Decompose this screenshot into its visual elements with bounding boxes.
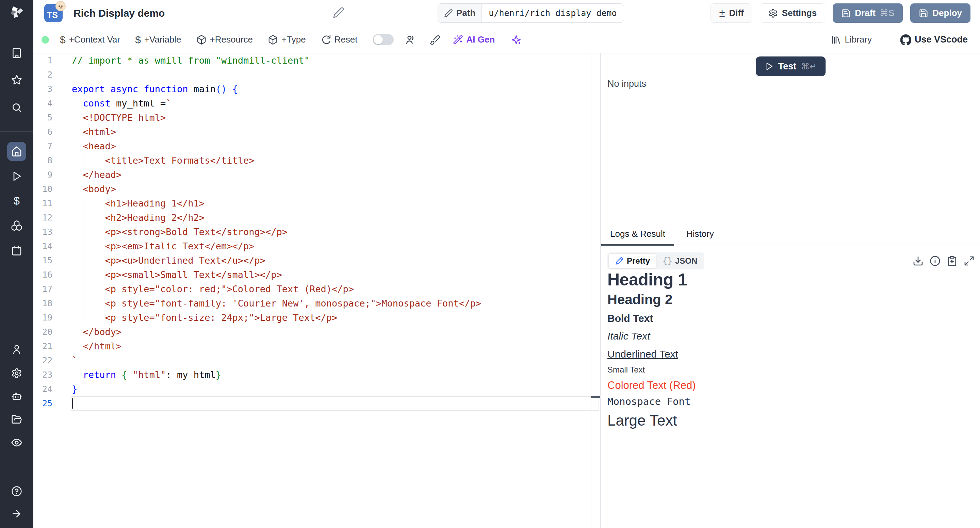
download-icon[interactable] <box>913 256 924 266</box>
code-line[interactable]: 6 <html> <box>33 125 600 139</box>
code-text[interactable]: <body> <box>33 182 600 196</box>
use-vscode-button[interactable]: Use VScode <box>900 34 968 45</box>
workspace-icon[interactable] <box>11 47 23 59</box>
code-text[interactable]: <p><em>Italic Text</em></p> <box>33 239 600 253</box>
code-line[interactable]: 11 <h1>Heading 1</h1> <box>33 196 600 211</box>
test-button[interactable]: Test ⌘↵ <box>756 56 826 76</box>
code-line[interactable]: 12 <h2>Heading 2</h2> <box>33 211 600 225</box>
code-text[interactable]: <p><strong>Bold Text</strong></p> <box>33 225 600 239</box>
search-icon[interactable] <box>11 102 23 114</box>
code-line[interactable]: 3export async function main() { <box>33 82 600 96</box>
code-text[interactable]: <p><small>Small Text</small></p> <box>33 268 600 282</box>
info-icon[interactable] <box>930 256 940 266</box>
code-text[interactable]: <p style="font-size: 24px;">Large Text</… <box>33 311 600 325</box>
code-text[interactable]: } <box>33 382 600 396</box>
path-field[interactable]: Path u/henri/rich_display_demo <box>438 3 624 23</box>
code-line[interactable]: 15 <p><u>Underlined Text</u></p> <box>33 253 600 268</box>
code-text[interactable]: ` <box>33 353 600 368</box>
multiplayer-toggle[interactable] <box>372 34 394 45</box>
code-text[interactable] <box>33 396 600 410</box>
ai-gen-button[interactable]: AI Gen <box>453 34 495 45</box>
code-line[interactable]: 4 const my_html =` <box>33 96 600 111</box>
code-line[interactable]: 2 <box>33 68 600 82</box>
code-text[interactable]: <p style="font-family: 'Courier New', mo… <box>33 296 600 311</box>
sidebar-item-users-icon[interactable] <box>11 343 23 356</box>
help-icon[interactable] <box>11 485 23 498</box>
sidebar-item-settings-icon[interactable] <box>11 367 23 379</box>
format-brush-icon[interactable] <box>428 33 441 46</box>
code-line[interactable]: 10 <body> <box>33 182 600 196</box>
code-text[interactable]: return { "html": my_html} <box>33 368 600 382</box>
code-line[interactable]: 8 <title>Text Formats</title> <box>33 153 600 168</box>
sidebar-item-variables-icon[interactable]: $ <box>11 195 23 207</box>
sidebar-item-runs-icon[interactable] <box>11 170 23 182</box>
code-text[interactable]: <head> <box>33 139 600 153</box>
code-line[interactable]: 25 <box>33 396 600 410</box>
indent-guide <box>72 253 72 268</box>
code-text[interactable]: export async function main() { <box>33 82 600 96</box>
code-text[interactable] <box>33 68 600 82</box>
expand-sidebar-arrow-icon[interactable] <box>11 507 23 520</box>
code-line[interactable]: 24} <box>33 382 600 396</box>
add-resource-button[interactable]: +Resource <box>196 34 253 45</box>
code-text[interactable]: <!DOCTYPE html> <box>33 111 600 125</box>
code-text[interactable]: <html> <box>33 125 600 139</box>
code-text[interactable]: <title>Text Formats</title> <box>33 153 600 168</box>
code-line[interactable]: 21 </html> <box>33 339 600 353</box>
code-text[interactable]: <p><u>Underlined Text</u></p> <box>33 253 600 268</box>
tab-history[interactable]: History <box>686 229 714 239</box>
code-text[interactable]: <h1>Heading 1</h1> <box>33 196 600 211</box>
tab-logs-result[interactable]: Logs & Result <box>601 223 674 245</box>
collaborators-icon[interactable] <box>404 33 417 46</box>
sidebar-item-home-active[interactable] <box>7 142 26 161</box>
reset-button[interactable]: Reset <box>321 34 358 45</box>
sparkles-icon[interactable] <box>510 33 523 46</box>
sidebar-item-schedules-icon[interactable] <box>11 244 23 256</box>
sidebar-item-folders-icon[interactable] <box>11 413 23 426</box>
favorites-star-icon[interactable] <box>11 74 23 86</box>
code-line[interactable]: 9 </head> <box>33 168 600 182</box>
code-line[interactable]: 19 <p style="font-size: 24px;">Large Tex… <box>33 311 600 325</box>
code-line[interactable]: 7 <head> <box>33 139 600 153</box>
code-line[interactable]: 20 </body> <box>33 325 600 339</box>
code-text[interactable]: </head> <box>33 168 600 182</box>
windmill-logo-icon[interactable] <box>9 4 24 20</box>
sidebar-item-audit-eye-icon[interactable] <box>11 436 23 449</box>
code-text[interactable]: // import * as wmill from "windmill-clie… <box>33 53 600 68</box>
path-value[interactable]: u/henri/rich_display_demo <box>482 4 624 22</box>
code-line[interactable]: 17 <p style="color: red;">Colored Text (… <box>33 282 600 296</box>
code-line[interactable]: 13 <p><strong>Bold Text</strong></p> <box>33 225 600 239</box>
library-button[interactable]: Library <box>831 34 872 45</box>
code-line[interactable]: 1// import * as wmill from "windmill-cli… <box>33 53 600 68</box>
dollar-icon: $ <box>135 34 141 46</box>
add-type-button[interactable]: +Type <box>268 34 306 45</box>
code-text[interactable]: const my_html =` <box>33 96 600 111</box>
indent-guide <box>83 225 83 239</box>
copy-to-clipboard-icon[interactable] <box>947 256 958 266</box>
code-line[interactable]: 5 <!DOCTYPE html> <box>33 111 600 125</box>
code-text[interactable]: <h2>Heading 2</h2> <box>33 211 600 225</box>
code-lines[interactable]: 1// import * as wmill from "windmill-cli… <box>33 53 600 410</box>
code-text[interactable]: <p style="color: red;">Colored Text (Red… <box>33 282 600 296</box>
code-line[interactable]: 18 <p style="font-family: 'Courier New',… <box>33 296 600 311</box>
json-segment[interactable]: {} JSON <box>656 253 703 269</box>
code-line[interactable]: 14 <p><em>Italic Text</em></p> <box>33 239 600 253</box>
code-line[interactable]: 16 <p><small>Small Text</small></p> <box>33 268 600 282</box>
code-text[interactable]: </html> <box>33 339 600 353</box>
sidebar-item-resources-icon[interactable] <box>11 219 23 232</box>
add-variable-button[interactable]: $ +Variable <box>135 34 181 46</box>
edit-summary-pencil-icon[interactable] <box>333 7 346 20</box>
code-line[interactable]: 22` <box>33 353 600 368</box>
deploy-button[interactable]: Deploy <box>910 3 970 23</box>
code-text[interactable]: </body> <box>33 325 600 339</box>
settings-button[interactable]: Settings <box>760 3 826 23</box>
code-editor[interactable]: 1// import * as wmill from "windmill-cli… <box>33 53 600 528</box>
diff-button[interactable]: ± Diff <box>711 3 752 23</box>
add-context-var-button[interactable]: $ +Context Var <box>60 34 120 46</box>
pretty-segment[interactable]: Pretty <box>608 253 656 269</box>
package-icon <box>196 35 207 45</box>
sidebar-item-workers-icon[interactable] <box>11 390 23 402</box>
draft-button[interactable]: Draft ⌘S <box>833 3 903 23</box>
expand-icon[interactable] <box>964 256 975 266</box>
code-line[interactable]: 23 return { "html": my_html} <box>33 368 600 382</box>
